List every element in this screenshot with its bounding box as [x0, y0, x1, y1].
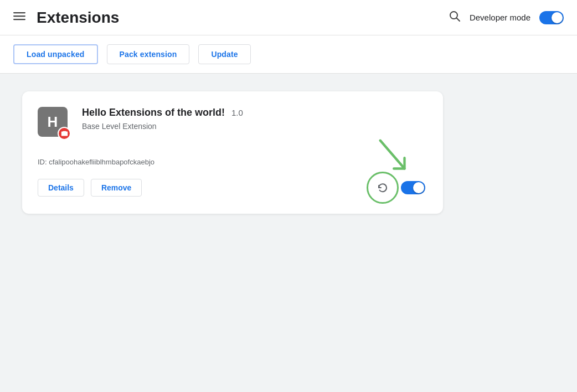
svg-rect-1: [13, 16, 25, 17]
card-actions: Details Remove: [38, 179, 142, 197]
card-top: H Hello Extensions of the world! 1.0 Bas…: [38, 107, 425, 140]
card-bottom: Details Remove: [38, 177, 425, 198]
svg-rect-0: [13, 12, 25, 13]
arrow-annotation: [375, 136, 414, 174]
extension-toggle[interactable]: [401, 181, 425, 194]
extension-card: H Hello Extensions of the world! 1.0 Bas…: [22, 91, 443, 214]
extension-icon-wrapper: H: [38, 107, 71, 140]
header: Extensions Developer mode: [0, 0, 577, 35]
extension-name-row: Hello Extensions of the world! 1.0: [82, 107, 425, 118]
developer-mode-label: Developer mode: [470, 13, 530, 22]
extension-badge: [58, 127, 71, 140]
menu-icon[interactable]: [13, 10, 25, 25]
update-button[interactable]: Update: [198, 44, 250, 64]
toggle-thumb: [552, 12, 563, 23]
header-right: Developer mode: [449, 10, 564, 25]
remove-button[interactable]: Remove: [91, 179, 142, 197]
reload-button-wrapper: [372, 177, 393, 198]
extension-description: Base Level Extension: [82, 122, 425, 131]
extension-info: Hello Extensions of the world! 1.0 Base …: [82, 107, 425, 131]
page-title: Extensions: [37, 9, 449, 27]
load-unpacked-button[interactable]: Load unpacked: [13, 44, 98, 64]
extension-name: Hello Extensions of the world!: [82, 107, 225, 118]
svg-line-4: [456, 18, 460, 21]
toolbar: Load unpacked Pack extension Update: [0, 35, 577, 74]
extension-icon-letter: H: [48, 114, 58, 131]
main-content: H Hello Extensions of the world! 1.0 Bas…: [0, 74, 577, 231]
extension-toggle-thumb: [413, 182, 424, 193]
developer-mode-toggle[interactable]: [539, 11, 564, 24]
extension-version: 1.0: [231, 108, 243, 117]
extension-id: ID: cfalipoohakefliiblhmbapofckaebjo: [38, 158, 425, 166]
pack-extension-button[interactable]: Pack extension: [107, 44, 190, 64]
search-icon[interactable]: [449, 10, 461, 25]
card-right: [372, 177, 425, 198]
svg-rect-2: [13, 19, 25, 20]
reload-extension-button[interactable]: [372, 177, 393, 198]
details-button[interactable]: Details: [38, 179, 84, 197]
